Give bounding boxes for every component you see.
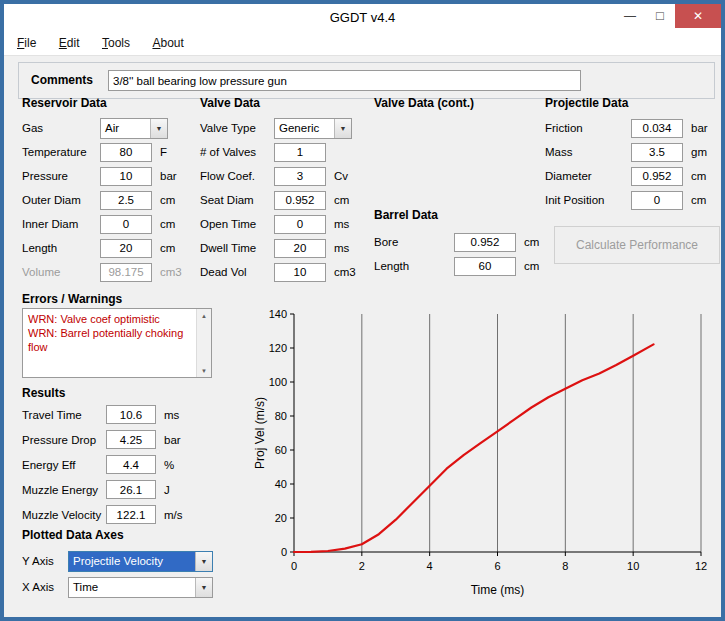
- result-row-energy-eff: Energy Eff %: [22, 452, 222, 477]
- field-row-valve-type: Valve Type Generic ▼: [200, 116, 372, 140]
- errors-scrollbar[interactable]: ▲ ▼: [196, 309, 211, 377]
- svg-text:6: 6: [494, 560, 500, 572]
- svg-text:0: 0: [281, 546, 287, 558]
- warning-line: WRN: Barrel potentially choking flow: [28, 326, 191, 354]
- maximize-icon: □: [656, 8, 664, 23]
- field-row-open-time: Open Time ms: [200, 212, 372, 236]
- window-title: GGDT v4.4: [4, 4, 721, 32]
- field-row-pressure: Pressure bar: [22, 164, 200, 188]
- field-row-dead-vol: Dead Vol cm3: [200, 260, 372, 284]
- inner-diam-field[interactable]: [100, 215, 152, 234]
- seat-diam-field[interactable]: [274, 191, 326, 210]
- svg-text:40: 40: [275, 478, 287, 490]
- mass-field[interactable]: [631, 143, 683, 162]
- field-row-diameter: Diameter cm: [545, 164, 723, 188]
- menu-tools[interactable]: Tools: [93, 32, 139, 54]
- scroll-up-icon[interactable]: ▲: [197, 309, 211, 322]
- svg-text:Time (ms): Time (ms): [471, 583, 525, 597]
- results-header: Results: [22, 386, 65, 400]
- svg-text:80: 80: [275, 410, 287, 422]
- field-row-seat-diam: Seat Diam cm: [200, 188, 372, 212]
- pressure-field[interactable]: [100, 167, 152, 186]
- svg-text:Proj Vel (m/s): Proj Vel (m/s): [253, 397, 267, 469]
- x-axis-select[interactable]: Time ▼: [68, 577, 213, 598]
- result-row-muzzle-velocity: Muzzle Velocity m/s: [22, 502, 222, 527]
- chevron-down-icon[interactable]: ▼: [195, 552, 212, 571]
- field-row-dwell-time: Dwell Time ms: [200, 236, 372, 260]
- result-row-muzzle-energy: Muzzle Energy J: [22, 477, 222, 502]
- muzzle-velocity-field: [106, 505, 156, 524]
- projectile-header: Projectile Data: [545, 96, 628, 110]
- minimize-button[interactable]: —: [615, 4, 645, 28]
- valve-cont-header: Valve Data (cont.): [374, 96, 474, 110]
- x-axis-row: X Axis Time ▼: [22, 574, 222, 600]
- flow-coef-field[interactable]: [274, 167, 326, 186]
- field-row-volume: Volume cm3: [22, 260, 200, 284]
- velocity-chart: 024681012020406080100120140Time (ms)Proj…: [252, 298, 722, 605]
- field-row-length: Length cm: [22, 236, 200, 260]
- chevron-down-icon[interactable]: ▼: [334, 119, 351, 138]
- comments-frame: Comments: [18, 62, 715, 99]
- bore-field[interactable]: [454, 233, 516, 252]
- field-row-gas: Gas Air ▼: [22, 116, 200, 140]
- svg-text:120: 120: [269, 342, 287, 354]
- valve-type-select[interactable]: Generic ▼: [274, 118, 352, 139]
- warning-line: WRN: Valve coef optimistic: [28, 312, 191, 326]
- barrel-length-field[interactable]: [454, 257, 516, 276]
- init-position-field[interactable]: [631, 191, 683, 210]
- valve-column: Valve Type Generic ▼ # of Valves Flow Co…: [200, 116, 372, 284]
- svg-text:60: 60: [275, 444, 287, 456]
- reservoir-column: Gas Air ▼ Temperature F Pressure bar Out…: [22, 116, 200, 284]
- projectile-column: Friction bar Mass gm Diameter cm Init Po…: [545, 116, 723, 212]
- minimize-icon: —: [624, 9, 636, 23]
- travel-time-field: [106, 405, 156, 424]
- dwell-time-field[interactable]: [274, 239, 326, 258]
- maximize-button[interactable]: □: [645, 4, 675, 28]
- barrel-header: Barrel Data: [374, 208, 438, 222]
- plotted-axes-header: Plotted Data Axes: [22, 528, 124, 542]
- dead-vol-field[interactable]: [274, 263, 326, 282]
- main-area: Comments Reservoir Data Valve Data Valve…: [8, 60, 717, 613]
- outer-diam-field[interactable]: [100, 191, 152, 210]
- temperature-field[interactable]: [100, 143, 152, 162]
- close-button[interactable]: ✕: [675, 4, 721, 28]
- scroll-down-icon[interactable]: ▼: [197, 364, 211, 377]
- app-window: GGDT v4.4 — □ ✕ File Edit Tools About Co…: [0, 0, 725, 621]
- svg-text:0: 0: [291, 560, 297, 572]
- svg-text:140: 140: [269, 308, 287, 320]
- menu-edit[interactable]: Edit: [50, 32, 89, 54]
- svg-text:10: 10: [627, 560, 639, 572]
- num-valves-field[interactable]: [274, 143, 326, 162]
- svg-text:12: 12: [695, 560, 707, 572]
- y-axis-row: Y Axis Projectile Velocity ▼: [22, 548, 222, 574]
- barrel-column: Bore cm Length cm: [374, 230, 550, 278]
- errors-textbox[interactable]: WRN: Valve coef optimistic WRN: Barrel p…: [22, 308, 212, 378]
- errors-header: Errors / Warnings: [22, 292, 122, 306]
- result-row-pressure-drop: Pressure Drop bar: [22, 427, 222, 452]
- field-row-friction: Friction bar: [545, 116, 723, 140]
- friction-field[interactable]: [631, 119, 683, 138]
- chevron-down-icon[interactable]: ▼: [195, 578, 212, 597]
- volume-field: [100, 263, 152, 282]
- svg-text:8: 8: [562, 560, 568, 572]
- chevron-down-icon[interactable]: ▼: [150, 119, 167, 138]
- menu-bar: File Edit Tools About: [4, 32, 721, 56]
- field-row-init-position: Init Position cm: [545, 188, 723, 212]
- comments-input[interactable]: [108, 70, 581, 91]
- reservoir-length-field[interactable]: [100, 239, 152, 258]
- svg-text:20: 20: [275, 512, 287, 524]
- calculate-performance-button[interactable]: Calculate Performance: [554, 226, 720, 264]
- comments-label: Comments: [31, 73, 93, 87]
- diameter-field[interactable]: [631, 167, 683, 186]
- open-time-field[interactable]: [274, 215, 326, 234]
- field-row-inner-diam: Inner Diam cm: [22, 212, 200, 236]
- y-axis-select[interactable]: Projectile Velocity ▼: [68, 551, 213, 572]
- svg-text:100: 100: [269, 376, 287, 388]
- field-row-num-valves: # of Valves: [200, 140, 372, 164]
- chart-canvas: 024681012020406080100120140Time (ms)Proj…: [252, 298, 722, 605]
- menu-about[interactable]: About: [143, 32, 192, 54]
- axes-column: Y Axis Projectile Velocity ▼ X Axis Time…: [22, 548, 222, 600]
- gas-select[interactable]: Air ▼: [100, 118, 168, 139]
- menu-file[interactable]: File: [8, 32, 45, 54]
- valve-header: Valve Data: [200, 96, 260, 110]
